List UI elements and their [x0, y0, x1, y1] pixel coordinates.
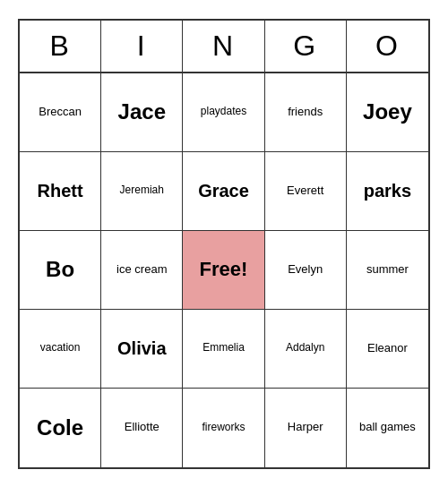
header-g: G — [265, 21, 347, 72]
bingo-cell-12: Free! — [183, 231, 264, 310]
bingo-cell-15: vacation — [20, 310, 101, 389]
bingo-cell-24: ball games — [347, 389, 428, 467]
bingo-header: B I N G O — [20, 21, 428, 73]
bingo-cell-0: Breccan — [20, 73, 101, 152]
bingo-cell-5: Rhett — [20, 152, 101, 231]
bingo-cell-4: Joey — [347, 73, 428, 152]
bingo-cell-16: Olivia — [101, 310, 183, 389]
bingo-cell-9: parks — [347, 152, 428, 231]
bingo-cell-17: Emmelia — [183, 310, 264, 389]
bingo-cell-7: Grace — [183, 152, 264, 231]
bingo-cell-23: Harper — [265, 389, 347, 467]
bingo-cell-10: Bo — [20, 231, 101, 310]
bingo-cell-21: Elliotte — [101, 389, 183, 467]
bingo-grid: BreccanJaceplaydatesfriendsJoeyRhettJere… — [20, 73, 428, 467]
bingo-cell-22: fireworks — [183, 389, 264, 467]
bingo-cell-6: Jeremiah — [101, 152, 183, 231]
bingo-cell-1: Jace — [101, 73, 183, 152]
header-n: N — [183, 21, 264, 72]
bingo-cell-19: Eleanor — [347, 310, 428, 389]
header-b: B — [20, 21, 101, 72]
header-o: O — [347, 21, 428, 72]
bingo-cell-3: friends — [265, 73, 347, 152]
bingo-cell-13: Evelyn — [265, 231, 347, 310]
bingo-cell-14: summer — [347, 231, 428, 310]
bingo-cell-8: Everett — [265, 152, 347, 231]
bingo-card: B I N G O BreccanJaceplaydatesfriendsJoe… — [18, 19, 430, 469]
bingo-cell-11: ice cream — [101, 231, 183, 310]
header-i: I — [101, 21, 183, 72]
bingo-cell-20: Cole — [20, 389, 101, 467]
bingo-cell-18: Addalyn — [265, 310, 347, 389]
bingo-cell-2: playdates — [183, 73, 264, 152]
